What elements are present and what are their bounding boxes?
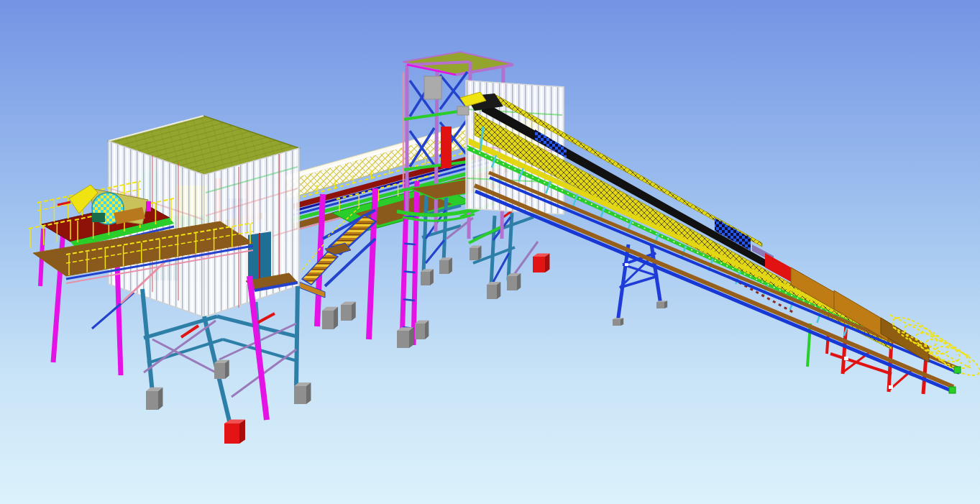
tail-gusset (844, 357, 848, 360)
footing[interactable] (322, 311, 334, 329)
drum-motor (146, 201, 151, 211)
footing-red[interactable] (533, 257, 545, 272)
footing[interactable] (341, 305, 352, 321)
footing-side[interactable] (497, 282, 500, 299)
footing-side[interactable] (425, 321, 429, 339)
trestle-pad[interactable] (656, 302, 664, 308)
footing-side[interactable] (409, 327, 413, 348)
footing[interactable] (470, 248, 478, 260)
tail-gusset (889, 385, 893, 389)
trestle-pad-side[interactable] (664, 301, 667, 308)
gallery-column[interactable] (413, 181, 417, 345)
footing[interactable] (439, 260, 449, 274)
footing-red-side[interactable] (239, 419, 245, 444)
footing-side[interactable] (334, 307, 338, 329)
head-chute (457, 106, 469, 115)
trestle-gusset (625, 263, 628, 266)
footing-side[interactable] (158, 388, 162, 410)
tail-end-cap (949, 387, 956, 393)
footing[interactable] (397, 331, 409, 348)
footing[interactable] (421, 272, 430, 285)
footing-red[interactable] (224, 423, 239, 444)
footing-side[interactable] (478, 246, 482, 260)
trestle-pad-side[interactable] (620, 318, 623, 326)
footing[interactable] (415, 324, 425, 339)
footing-side[interactable] (430, 269, 434, 285)
tail-end-cap (954, 367, 961, 373)
column-ladder-rung (404, 244, 416, 244)
footing[interactable] (487, 285, 497, 299)
model-viewport[interactable]: 3D structural BIM model — crushing plant… (0, 0, 980, 504)
footing[interactable] (294, 386, 306, 404)
footing-side[interactable] (352, 302, 356, 321)
footing-side[interactable] (517, 273, 521, 290)
tower-equipment-red (441, 127, 452, 168)
footing-side[interactable] (449, 257, 452, 274)
footing-side[interactable] (306, 382, 311, 404)
column-ladder-rung (404, 272, 416, 273)
footing[interactable] (507, 276, 517, 290)
footing[interactable] (214, 363, 225, 379)
drum-base (92, 213, 105, 222)
footing-side[interactable] (225, 360, 229, 379)
cad-3d-view[interactable] (0, 0, 980, 504)
column-ladder-rung (403, 299, 415, 301)
footing-red-side[interactable] (545, 254, 549, 272)
trestle-pad[interactable] (613, 319, 620, 326)
tower-equipment-gray (424, 76, 441, 99)
footing[interactable] (146, 391, 158, 410)
